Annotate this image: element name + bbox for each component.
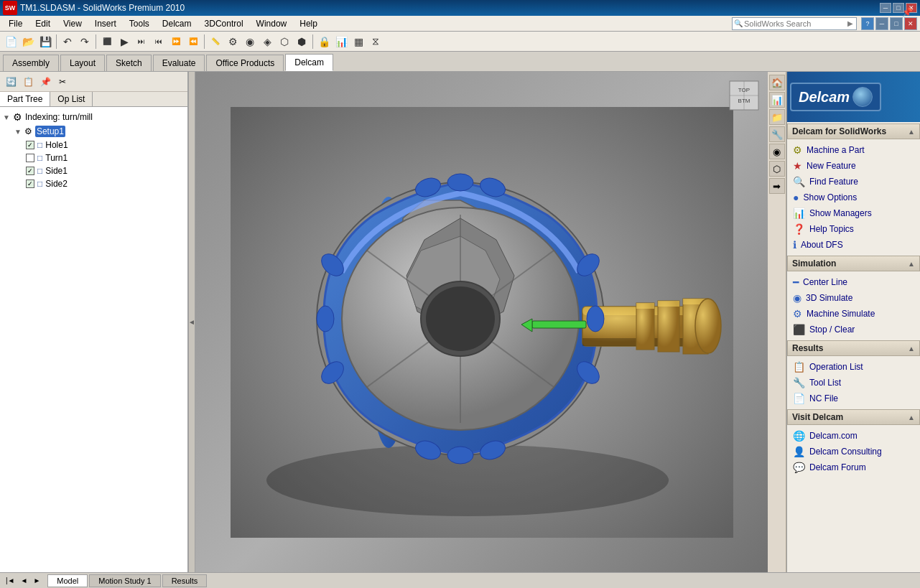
minimize-sw-button[interactable]: ─ (875, 17, 888, 30)
link-operation-list[interactable]: 📋 Operation List (787, 359, 920, 375)
link-help-topics[interactable]: ❓ Help Topics (787, 221, 920, 237)
minimize-button[interactable]: ─ (880, 3, 891, 13)
panel-btn-1[interactable]: 🔄 (3, 74, 19, 90)
link-show-options[interactable]: ● Show Options (787, 190, 920, 205)
help-button[interactable]: ? (861, 17, 874, 30)
link-nc-file[interactable]: 📄 NC File (787, 391, 920, 406)
link-delcam-forum[interactable]: 💬 Delcam Forum (787, 459, 920, 475)
show-managers-icon: 📊 (793, 207, 805, 219)
right-icon-tool[interactable]: 🔧 (769, 126, 785, 142)
panel-tab-part-tree[interactable]: Part Tree (0, 92, 50, 106)
tb-play[interactable]: ▶ (116, 34, 132, 50)
section-header-sim[interactable]: Simulation ▲ (787, 256, 920, 271)
bottom-nav-first[interactable]: |◄ (3, 575, 18, 586)
menu-window[interactable]: Window (251, 17, 293, 30)
menu-delcam[interactable]: Delcam (157, 17, 198, 30)
tb-open[interactable]: 📂 (20, 34, 36, 50)
tab-delcam[interactable]: Delcam (285, 54, 333, 71)
menu-tools[interactable]: Tools (124, 17, 155, 30)
tb-ff[interactable]: ⏩ (168, 34, 184, 50)
tb-b1[interactable]: ⚙ (225, 34, 241, 50)
tb-undo[interactable]: ↶ (60, 34, 75, 50)
bottom-nav-prev[interactable]: ◄ (18, 575, 31, 586)
restore-sw-button[interactable]: □ (890, 17, 903, 30)
link-new-feature[interactable]: ★ New Feature (787, 158, 920, 174)
tree-side2-checkbox[interactable]: ✓ (26, 179, 34, 188)
tab-sketch[interactable]: Sketch (106, 55, 152, 71)
menu-file[interactable]: File (3, 17, 28, 30)
tb-step-fwd[interactable]: ⏭ (134, 34, 149, 50)
tb-redo[interactable]: ↷ (77, 34, 93, 50)
link-find-feature[interactable]: 🔍 Find Feature (787, 174, 920, 190)
link-delcam-com[interactable]: 🌐 Delcam.com (787, 428, 920, 444)
tab-bar: Assembly Layout Sketch Evaluate Office P… (0, 52, 920, 72)
bottom-nav-next[interactable]: ► (30, 575, 43, 586)
link-tool-list[interactable]: 🔧 Tool List (787, 375, 920, 391)
right-icon-sphere[interactable]: ◉ (769, 144, 785, 159)
link-stop-clear[interactable]: ⬛ Stop / Clear (787, 322, 920, 337)
tb-filter[interactable]: ⧖ (368, 34, 384, 50)
menu-help[interactable]: Help (294, 17, 323, 30)
tree-side1-checkbox[interactable]: ✓ (26, 167, 34, 175)
bottom-tab-results[interactable]: Results (162, 574, 208, 587)
tb-measure[interactable]: 📏 (208, 34, 223, 50)
tree-turn1[interactable]: □ Turn1 (26, 151, 185, 164)
tb-b7[interactable]: 📊 (333, 34, 349, 50)
nav-cube[interactable]: TOP BTM (726, 78, 762, 113)
right-icon-arrow[interactable]: ➡ (769, 178, 785, 194)
right-icon-chart[interactable]: 📊 (769, 92, 785, 108)
tb-step-back[interactable]: ⏮ (151, 34, 167, 50)
tb-b2[interactable]: ◉ (242, 34, 258, 50)
panel-collapse-handle[interactable]: ◄ (188, 72, 195, 572)
tab-office-products[interactable]: Office Products (206, 55, 284, 71)
close-sw-button[interactable]: ✕ (904, 17, 917, 30)
search-submit[interactable]: ▶ (845, 19, 856, 27)
right-icon-cube[interactable]: ⬡ (769, 161, 785, 177)
tb-b6[interactable]: 🔒 (316, 34, 332, 50)
tb-rebuild[interactable]: ⬛ (99, 34, 115, 50)
tree-side2[interactable]: ✓ □ Side2 (26, 177, 185, 190)
viewport[interactable]: TOP BTM (195, 72, 768, 572)
section-header-results[interactable]: Results ▲ (787, 340, 920, 356)
tab-layout[interactable]: Layout (60, 55, 105, 71)
tree-hole1[interactable]: ✓ □ Hole1 (26, 139, 185, 151)
link-machine-part[interactable]: ⚙ Machine a Part (787, 142, 920, 158)
menu-3dcontrol[interactable]: 3DControl (199, 17, 249, 30)
panel-btn-2[interactable]: 📋 (20, 74, 36, 90)
tree-side1[interactable]: ✓ □ Side1 (26, 164, 185, 177)
link-about-dfs[interactable]: ℹ About DFS (787, 237, 920, 253)
bottom-tab-model[interactable]: Model (47, 574, 88, 587)
right-icon-home[interactable]: 🏠 (769, 75, 785, 90)
link-machine-simulate[interactable]: ⚙ Machine Simulate (787, 306, 920, 322)
tb-b3[interactable]: ◈ (259, 34, 275, 50)
link-center-line[interactable]: ━ Center Line (787, 274, 920, 290)
panel-btn-4[interactable]: ✂ (55, 74, 70, 90)
link-delcam-consulting[interactable]: 👤 Delcam Consulting (787, 444, 920, 459)
tree-root[interactable]: ▼ ⚙ Indexing: turn/mill (3, 110, 185, 124)
tree-hole1-label: Hole1 (45, 140, 68, 150)
tab-evaluate[interactable]: Evaluate (153, 55, 205, 71)
link-show-managers[interactable]: 📊 Show Managers (787, 205, 920, 221)
tree-setup1[interactable]: ▼ ⚙ Setup1 (14, 124, 185, 139)
panel-tab-op-list[interactable]: Op List (50, 92, 93, 106)
menu-view[interactable]: View (57, 17, 88, 30)
tb-new[interactable]: 📄 (3, 34, 19, 50)
tb-rr[interactable]: ⏪ (185, 34, 201, 50)
section-header-dfs[interactable]: Delcam for SolidWorks ▲ (787, 123, 920, 139)
tb-save[interactable]: 💾 (37, 34, 53, 50)
panel-btn-3[interactable]: 📌 (37, 74, 53, 90)
tb-b5[interactable]: ⬢ (294, 34, 310, 50)
section-header-visit[interactable]: Visit Delcam ▲ (787, 409, 920, 425)
tb-b8[interactable]: ▦ (350, 34, 366, 50)
search-input[interactable] (744, 19, 845, 28)
menu-edit[interactable]: Edit (29, 17, 56, 30)
tb-b4[interactable]: ⬡ (277, 34, 292, 50)
menu-insert[interactable]: Insert (89, 17, 122, 30)
tree-turn1-checkbox[interactable] (26, 154, 34, 162)
section-title-results: Results (792, 343, 823, 353)
bottom-tab-motion-study[interactable]: Motion Study 1 (89, 574, 160, 587)
tab-assembly[interactable]: Assembly (3, 55, 59, 71)
link-3d-simulate[interactable]: ◉ 3D Simulate (787, 290, 920, 306)
right-icon-folder[interactable]: 📁 (769, 109, 785, 125)
tree-hole1-checkbox[interactable]: ✓ (26, 141, 34, 149)
